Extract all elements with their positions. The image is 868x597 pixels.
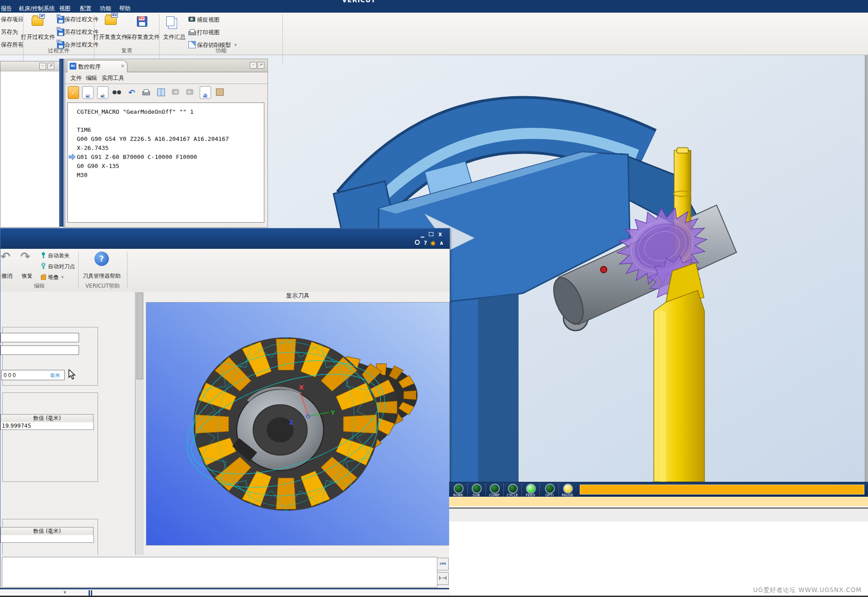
dialog-ribbon: ↶ 撤消 ↷ 恢复 自动装夹 自动对刀点 堆叠 ∨ ? 刀具管理器帮助 编辑 V… [0, 249, 450, 292]
cursor-pick-icon[interactable] [67, 369, 77, 380]
main-menu-bar: 报告 机床/控制系统 视图 配置 功能 帮助 [0, 5, 868, 13]
resize-grip[interactable] [89, 590, 90, 596]
left-panel-title-bar[interactable]: – ↗ [0, 61, 60, 71]
auto-clamp-button[interactable]: 自动装夹 [48, 252, 70, 260]
settings-gear-icon[interactable]: ✱ [430, 240, 436, 247]
file-summary-button[interactable]: 文件汇总 [162, 33, 187, 41]
message-bar [449, 506, 868, 523]
watermark-text: UG爱好者论坛 WWW.UGSNX.COM [753, 586, 862, 594]
chevron-down-icon[interactable]: ∨ [63, 589, 66, 594]
review-group-label: 复查 [94, 47, 159, 55]
nc-toolbar: ✓ NC◌ NC✓ ↶ ◀ ▶ NC↰ [65, 84, 267, 102]
menu-machine-control[interactable]: 机床/控制系统 [19, 5, 55, 12]
tool-values-groupbox [2, 392, 98, 482]
status-led-probe[interactable]: ROBE [449, 483, 468, 497]
simulation-status-bar: ROBE SUB COMP CYCLE FEED OPTI PAUSE [449, 482, 868, 497]
redo-icon[interactable]: ↷ [20, 250, 30, 263]
tool-field-2[interactable] [0, 345, 79, 355]
vericut-app: VERICUT 报告 机床/控制系统 视图 配置 功能 帮助 保存项目 另存为 … [0, 0, 868, 597]
led-icon [454, 484, 464, 494]
split-view-icon[interactable] [156, 86, 166, 98]
tab-nc-program[interactable]: NC 数控程序 ✕ [67, 60, 127, 72]
print-icon[interactable] [141, 86, 151, 98]
panel-scrollbar[interactable] [135, 292, 144, 555]
tool-field-1[interactable] [0, 333, 79, 342]
code-line: M30 [77, 171, 264, 180]
status-led-sub[interactable]: SUB [467, 483, 486, 497]
chevron-down-icon[interactable]: ∨ [61, 275, 64, 279]
auto-touchoff-button[interactable]: 自动对刀点 [48, 263, 75, 271]
tool-parameters-panel: 毫米 数值 (毫米) 19.999745 数值 (毫米) [0, 292, 146, 555]
maximize-icon[interactable] [427, 232, 435, 238]
status-led-feed[interactable]: FEED [521, 483, 540, 497]
collapse-icon[interactable]: ∧ [439, 240, 444, 246]
magnifier-icon[interactable] [415, 240, 420, 246]
undo-icon[interactable]: ↶ [127, 86, 137, 98]
simulation-progress-bar [579, 484, 865, 495]
nc-menu-file[interactable]: 文件 [70, 75, 82, 82]
save-process-file-button[interactable]: 保存过程文件 [65, 16, 99, 23]
value-table2-cell[interactable] [0, 535, 94, 543]
tool-manager-help-button[interactable]: 刀具管理器帮助 [81, 272, 122, 280]
nc-export-icon[interactable]: NC↰ [200, 86, 211, 99]
save-as-button[interactable]: 另存为 [1, 28, 18, 36]
status-led-pause[interactable]: PAUSE [558, 483, 577, 497]
close-icon[interactable]: ✕ [121, 63, 125, 69]
open-process-file-icon[interactable]: IP [32, 17, 43, 26]
float-window-icon[interactable]: ↗ [258, 62, 264, 69]
value-table-cell[interactable]: 19.999745 [0, 422, 94, 430]
print-view-icon[interactable] [188, 31, 196, 35]
capture-view-icon[interactable] [188, 17, 195, 22]
save-review-file-icon[interactable]: RV [137, 16, 147, 27]
minimize-icon[interactable]: – [250, 62, 257, 69]
minimize-icon[interactable]: – [39, 63, 46, 70]
capture-view-button[interactable]: 捕捉视图 [197, 16, 220, 24]
tool-3d-view[interactable]: X Y Z [146, 302, 450, 546]
float-window-icon[interactable]: ↗ [47, 63, 54, 70]
check-clipboard-icon[interactable]: ✓ [68, 86, 79, 99]
menu-function[interactable]: 功能 [100, 5, 111, 12]
help-icon[interactable]: ? [424, 240, 427, 246]
message-log-textarea[interactable] [2, 557, 437, 588]
nc-zoom-icon[interactable]: NC◌ [82, 86, 94, 99]
dialog-title-bar[interactable]: X ? ✱ ∧ [0, 229, 450, 249]
status-led-comp[interactable]: COMP [485, 483, 504, 497]
tab-label: 数控程序 [78, 63, 101, 71]
status-led-opti[interactable]: OPTI [540, 483, 559, 497]
saveas-process-file-icon[interactable]: IP [57, 28, 64, 36]
auto-clamp-icon [40, 252, 47, 258]
open-review-file-button[interactable]: 打开复查文件 [93, 33, 127, 41]
open-review-file-icon[interactable]: RV [105, 16, 117, 25]
help-group-label: VERICUT帮助 [78, 282, 127, 290]
menu-config[interactable]: 配置 [80, 5, 91, 12]
nc-verify-icon[interactable]: NC✓ [97, 86, 108, 99]
stack-button[interactable]: 堆叠 [48, 274, 59, 281]
caliper-button[interactable]: ⊦⊣ [437, 572, 449, 585]
menu-report[interactable]: 报告 [1, 5, 12, 12]
package-icon[interactable] [215, 86, 225, 98]
chevron-down-icon[interactable]: ∨ [234, 42, 237, 47]
scrollbar-thumb[interactable] [136, 293, 143, 379]
save-all-button[interactable]: 保存所有 [1, 41, 23, 49]
ribbon-separator [159, 14, 160, 63]
status-led-cycle[interactable]: CYCLE [503, 483, 522, 497]
nc-menu-utils[interactable]: 实用工具 [102, 75, 124, 82]
print-view-button[interactable]: 打印视图 [197, 29, 220, 37]
nc-menu-edit[interactable]: 编辑 [86, 75, 97, 82]
menu-view[interactable]: 视图 [59, 5, 70, 12]
undo-icon[interactable]: ↶ [0, 250, 10, 263]
close-icon[interactable]: X [436, 232, 444, 238]
nc-code-editor[interactable]: CGTECH_MACRO "GearModeOnOff" "" 1 T1M6 G… [67, 103, 264, 223]
binoculars-icon[interactable] [112, 86, 122, 98]
open-process-file-button[interactable]: 打开过程文件 [21, 33, 55, 41]
dock-divider [59, 59, 63, 227]
menu-help[interactable]: 帮助 [119, 5, 131, 12]
minimize-icon[interactable] [419, 232, 426, 238]
tool-manager-help-icon[interactable]: ? [94, 252, 109, 266]
file-summary-icon[interactable] [166, 16, 174, 26]
log-button[interactable]: LOG [437, 558, 449, 570]
save-project-button[interactable]: 保存项目 [1, 16, 23, 23]
previous-change-icon: ◀ [172, 89, 179, 95]
save-process-file-icon[interactable]: IP [57, 16, 64, 23]
save-review-file-button[interactable]: 保存复查文件 [126, 33, 160, 41]
